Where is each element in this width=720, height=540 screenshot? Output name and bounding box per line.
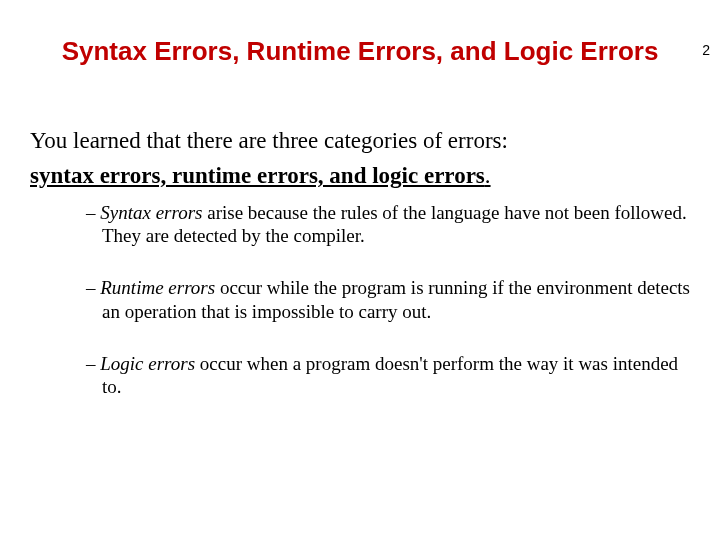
intro-period: . [485,163,491,188]
bullet-list: – Syntax errors arise because the rules … [30,201,690,400]
slide-title: Syntax Errors, Runtime Errors, and Logic… [0,36,720,67]
dash-icon: – [86,202,100,223]
bullet-term: Runtime errors [100,277,215,298]
list-item: – Runtime errors occur while the program… [86,276,690,324]
intro-bold-text: syntax errors, runtime errors, and logic… [30,163,485,188]
list-item: – Syntax errors arise because the rules … [86,201,690,249]
bullet-term: Syntax errors [100,202,202,223]
slide-body: You learned that there are three categor… [0,127,720,399]
bullet-term: Logic errors [100,353,195,374]
intro-text: You learned that there are three categor… [30,127,690,156]
dash-icon: – [86,277,100,298]
list-item: – Logic errors occur when a program does… [86,352,690,400]
dash-icon: – [86,353,100,374]
slide: 2 Syntax Errors, Runtime Errors, and Log… [0,36,720,540]
page-number: 2 [702,42,710,58]
intro-emphasis: syntax errors, runtime errors, and logic… [30,162,690,191]
